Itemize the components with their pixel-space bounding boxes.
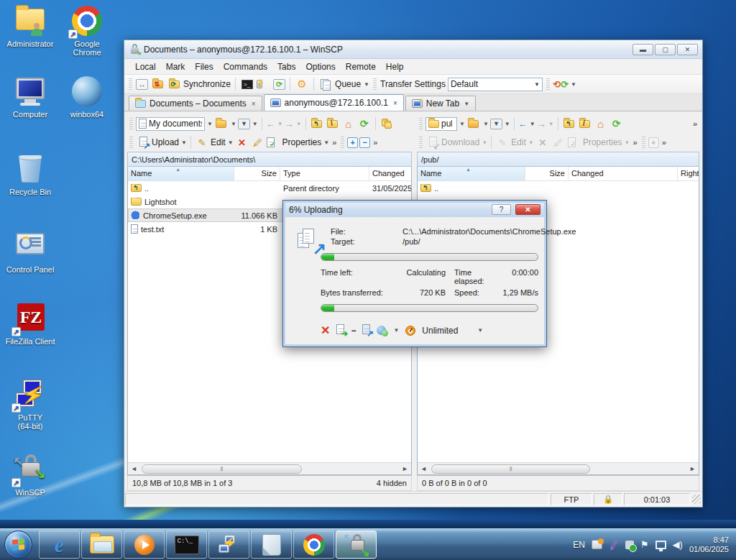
- desktop-icon-google-chrome[interactable]: ↗ Google Chrome: [57, 4, 117, 57]
- column-header-size[interactable]: Size: [234, 167, 280, 180]
- speed-limit-icon[interactable]: [405, 326, 415, 336]
- download-icon[interactable]: ↙: [426, 135, 440, 150]
- network-icon[interactable]: [656, 541, 666, 549]
- menu-help[interactable]: Help: [381, 60, 409, 73]
- synchronize-icon[interactable]: ⟳: [167, 77, 181, 91]
- menu-mark[interactable]: Mark: [161, 60, 190, 73]
- chevron-down-icon[interactable]: ▼: [207, 121, 213, 127]
- chevron-down-icon[interactable]: ▼: [477, 327, 483, 334]
- upload-button[interactable]: Upload: [152, 137, 179, 147]
- resize-grip[interactable]: [692, 495, 701, 504]
- rename-icon[interactable]: 🖉: [551, 135, 566, 150]
- delete-icon[interactable]: ✕: [535, 135, 550, 150]
- remove-button[interactable]: −: [359, 137, 370, 148]
- tab-documents[interactable]: Documents – Documents ×: [129, 96, 262, 111]
- desktop-icon-administrator[interactable]: Administrator: [0, 4, 60, 48]
- column-header-type[interactable]: Type: [280, 167, 369, 180]
- back-icon[interactable]: ←: [266, 119, 275, 129]
- parent-directory-icon[interactable]: ↰: [310, 116, 324, 131]
- edit-icon[interactable]: ✎: [195, 135, 209, 150]
- scroll-right-icon[interactable]: ►: [399, 465, 411, 472]
- toolbar-grip[interactable]: [373, 78, 377, 90]
- scrollbar-thumb[interactable]: ⦀: [142, 464, 302, 474]
- chevron-down-icon[interactable]: ▼: [483, 121, 489, 127]
- desktop-icon-recycle-bin[interactable]: Recycle Bin: [0, 152, 60, 196]
- remote-path-bar[interactable]: /pub/: [417, 152, 699, 167]
- remote-dir-combo[interactable]: pub: [426, 117, 457, 131]
- column-header-name[interactable]: ▲Name: [128, 167, 234, 180]
- transfer-settings-combo[interactable]: Default ▼: [448, 78, 543, 91]
- toolbar-overflow-chevron[interactable]: »: [372, 138, 379, 147]
- preferences-gear-icon[interactable]: ⚙: [295, 77, 309, 91]
- toolbar-overflow-chevron[interactable]: »: [632, 138, 639, 147]
- taskbar-putty[interactable]: ⚡: [208, 531, 249, 559]
- toolbar-grip[interactable]: [341, 137, 344, 148]
- desktop-icon-control-panel[interactable]: Control Panel: [0, 230, 60, 274]
- chevron-down-icon[interactable]: ▼: [530, 121, 535, 127]
- menu-files[interactable]: Files: [190, 60, 218, 73]
- background-transfer-icon[interactable]: ➜: [336, 324, 344, 336]
- synchronize-browsing-icon[interactable]: ⇅: [150, 77, 165, 91]
- desktop-icon-winbox64[interactable]: winbox64: [57, 75, 117, 119]
- scroll-left-icon[interactable]: ◄: [418, 465, 430, 472]
- column-header-changed[interactable]: Changed: [369, 167, 411, 180]
- help-button[interactable]: ?: [492, 204, 511, 215]
- menu-remote[interactable]: Remote: [341, 60, 381, 73]
- forward-icon[interactable]: →: [285, 119, 294, 129]
- start-button[interactable]: [4, 531, 32, 559]
- toolbar-grip[interactable]: [419, 118, 423, 129]
- taskbar-command-prompt[interactable]: C:\_: [166, 531, 207, 559]
- action-center-flag-icon[interactable]: ⚑: [640, 539, 649, 550]
- close-tab-icon[interactable]: ×: [252, 100, 256, 108]
- desktop-icon-winscp[interactable]: ↖↘↗ WinSCP: [0, 453, 60, 497]
- directory-tree-icon[interactable]: [380, 116, 394, 131]
- protocol-cell[interactable]: FTP: [551, 493, 592, 505]
- menu-local[interactable]: Local: [130, 60, 161, 73]
- root-directory-icon[interactable]: \: [326, 116, 340, 131]
- chevron-down-icon[interactable]: ▼: [323, 139, 329, 146]
- taskbar-media-player[interactable]: [124, 531, 165, 559]
- console-icon[interactable]: >_: [240, 77, 254, 91]
- refresh-icon[interactable]: ⟳: [357, 116, 372, 131]
- minimize-button[interactable]: ▬: [632, 44, 653, 55]
- queue-icon[interactable]: [318, 77, 333, 91]
- tab-session-anonymous[interactable]: anonymous@172.16.100.1 ×: [264, 94, 404, 111]
- toolbar-grip[interactable]: [642, 137, 645, 148]
- menu-tabs[interactable]: Tabs: [272, 60, 300, 73]
- desktop-icon-filezilla[interactable]: FZ↗ FileZilla Client: [0, 302, 60, 346]
- speed-limit-value[interactable]: Unlimited: [422, 326, 458, 336]
- toolbar-grip[interactable]: [546, 78, 550, 90]
- edit-button[interactable]: Edit: [511, 137, 526, 147]
- chevron-down-icon[interactable]: ▼: [459, 121, 465, 127]
- properties-icon[interactable]: ✔: [567, 135, 581, 150]
- toolbar-grip[interactable]: [129, 118, 133, 129]
- menu-commands[interactable]: Commands: [218, 60, 272, 73]
- synchronize-button[interactable]: Synchronize: [183, 79, 231, 89]
- download-button[interactable]: Download: [441, 137, 479, 147]
- chevron-down-icon[interactable]: ▼: [505, 121, 510, 127]
- chevron-down-icon[interactable]: ▼: [252, 121, 258, 127]
- once-done-icon[interactable]: [377, 326, 386, 335]
- home-directory-icon[interactable]: ⌂: [594, 116, 608, 131]
- edit-icon[interactable]: ✎: [495, 135, 510, 150]
- lightshot-icon[interactable]: 🖉: [607, 538, 620, 551]
- scroll-right-icon[interactable]: ►: [686, 465, 699, 472]
- scroll-left-icon[interactable]: ◄: [128, 465, 140, 472]
- taskbar-winscp-active[interactable]: ↖↘: [336, 531, 377, 559]
- putty-icon[interactable]: ⚡: [257, 77, 271, 91]
- properties-icon[interactable]: ✔: [267, 135, 281, 150]
- chevron-down-icon[interactable]: ▼: [393, 327, 399, 334]
- filter-icon[interactable]: ▼: [238, 119, 250, 129]
- table-row[interactable]: ↰.. Parent directory 31/05/2025: [128, 181, 411, 195]
- taskbar-windows-explorer[interactable]: [81, 531, 122, 559]
- toolbar-overflow-chevron[interactable]: »: [691, 119, 699, 128]
- toolbar-grip[interactable]: [419, 137, 423, 148]
- close-button[interactable]: ✕: [677, 44, 698, 55]
- back-icon[interactable]: ←: [518, 119, 528, 129]
- vmware-tools-icon[interactable]: [592, 540, 602, 549]
- desktop-icon-computer[interactable]: Computer: [0, 75, 60, 119]
- column-header-changed[interactable]: Changed: [569, 167, 678, 180]
- chevron-down-icon[interactable]: ▼: [571, 81, 576, 88]
- column-header-name[interactable]: ▲Name: [418, 167, 525, 180]
- open-directory-icon[interactable]: [466, 116, 481, 131]
